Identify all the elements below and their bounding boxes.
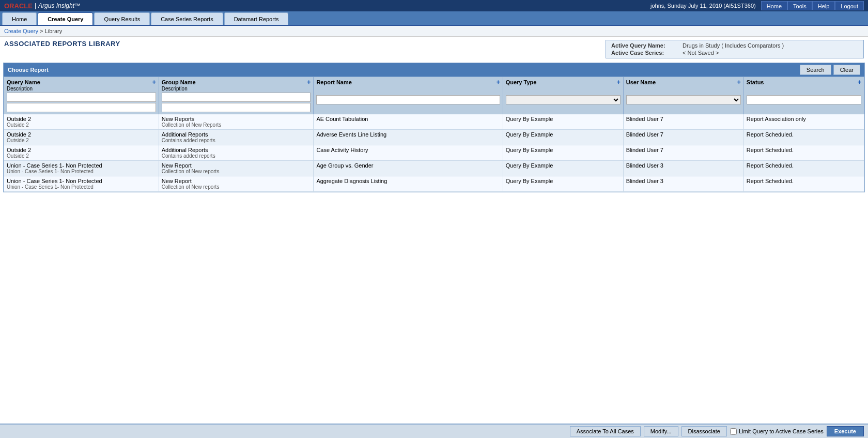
table-row[interactable]: Union - Case Series 1- Non ProtectedUnio… xyxy=(4,176,864,192)
col-header-report-name: Report Name + xyxy=(314,77,503,114)
table-cell: Report Association only xyxy=(743,114,864,130)
col-header-query-type: Query Type + Query By Example xyxy=(503,77,623,114)
active-query-box: Active Query Name: Drugs in Study ( Incl… xyxy=(606,40,864,58)
execute-button[interactable]: Execute xyxy=(827,426,864,436)
table-cell: Report Scheduled. xyxy=(743,130,864,145)
table-row[interactable]: Union - Case Series 1- Non ProtectedUnio… xyxy=(4,161,864,176)
filter-query-name[interactable] xyxy=(7,93,156,102)
table-cell: Report Scheduled. xyxy=(743,176,864,192)
table-cell: Blinded User 7 xyxy=(623,130,743,145)
table-cell: Age Group vs. Gender xyxy=(314,161,503,176)
tab-case-series-reports[interactable]: Case Series Reports xyxy=(151,12,223,25)
disassociate-button[interactable]: Disassociate xyxy=(681,426,727,436)
col-add-query-type[interactable]: + xyxy=(617,79,621,86)
table-cell: Additional ReportsContains added reports xyxy=(159,130,314,145)
oracle-logo: ORACLE xyxy=(4,2,33,10)
tab-query-results[interactable]: Query Results xyxy=(94,12,150,25)
top-nav-help[interactable]: Help xyxy=(812,1,835,10)
table-cell: Blinded User 3 xyxy=(623,176,743,192)
top-header: ORACLE | Argus Insight™ johns, Sunday Ju… xyxy=(0,0,868,11)
table-cell: Report Scheduled. xyxy=(743,161,864,176)
col-add-query-name[interactable]: + xyxy=(152,79,156,86)
tab-datamart-reports[interactable]: Datamart Reports xyxy=(224,12,289,25)
logo-area: ORACLE | Argus Insight™ xyxy=(4,2,81,10)
table-row[interactable]: Outside 2Outside 2Additional ReportsCont… xyxy=(4,145,864,161)
table-cell: New ReportCollection of New reports xyxy=(159,161,314,176)
col-header-group-name: Group Name + Description xyxy=(159,77,314,114)
table-cell: Outside 2Outside 2 xyxy=(4,114,159,130)
choose-report-title: Choose Report xyxy=(8,67,49,73)
active-query-name-value: Drugs in Study ( Includes Comparators ) xyxy=(683,42,784,49)
argus-insight-text: Argus Insight™ xyxy=(38,2,81,9)
table-cell: Union - Case Series 1- Non ProtectedUnio… xyxy=(4,161,159,176)
table-cell: Additional ReportsContains added reports xyxy=(159,145,314,161)
breadcrumb-library: Library xyxy=(45,28,63,34)
col-add-report-name[interactable]: + xyxy=(497,79,500,86)
table-cell: Union - Case Series 1- Non ProtectedUnio… xyxy=(4,176,159,192)
table-cell: Query By Example xyxy=(503,114,623,130)
col-header-status: Status + xyxy=(743,77,864,114)
active-case-series-value: < Not Saved > xyxy=(683,50,719,56)
table-cell: New ReportCollection of New reports xyxy=(159,176,314,192)
top-nav-home[interactable]: Home xyxy=(761,1,787,10)
top-nav-tools[interactable]: Tools xyxy=(787,1,812,10)
filter-user-name[interactable]: Blinded User 3 Blinded User 7 xyxy=(626,95,741,104)
search-button[interactable]: Search xyxy=(800,65,831,75)
results-table: Query Name + Description Group Name + xyxy=(4,77,864,192)
table-cell: Case Activity History xyxy=(314,145,503,161)
tab-home[interactable]: Home xyxy=(2,12,37,25)
table-cell: Blinded User 7 xyxy=(623,114,743,130)
col-label-user-name: User Name xyxy=(626,79,656,85)
associate-to-all-cases-button[interactable]: Associate To All Cases xyxy=(570,426,641,436)
table-cell: Outside 2Outside 2 xyxy=(4,130,159,145)
col-label-report-name: Report Name xyxy=(316,79,351,85)
results-tbody: Outside 2Outside 2New ReportsCollection … xyxy=(4,114,864,192)
table-cell: Blinded User 3 xyxy=(623,161,743,176)
col-label-query-name: Query Name xyxy=(7,79,40,85)
table-cell: Report Scheduled. xyxy=(743,145,864,161)
table-cell: Aggregate Diagnosis Listing xyxy=(314,176,503,192)
col-header-query-name: Query Name + Description xyxy=(4,77,159,114)
choose-report-header-left: Choose Report xyxy=(8,67,49,73)
choose-report-panel: Choose Report Search Clear Query Name + … xyxy=(3,63,865,192)
col-header-user-name: User Name + Blinded User 3 Blinded User … xyxy=(623,77,743,114)
top-nav-logout[interactable]: Logout xyxy=(835,1,864,10)
page-title-area: ASSOCIATED REPORTS LIBRARY Active Query … xyxy=(0,37,868,61)
filter-query-type[interactable]: Query By Example xyxy=(506,95,621,104)
col-add-status[interactable]: + xyxy=(858,79,861,86)
table-cell: Outside 2Outside 2 xyxy=(4,145,159,161)
active-query-name-label: Active Query Name: xyxy=(611,42,678,49)
table-row[interactable]: Outside 2Outside 2New ReportsCollection … xyxy=(4,114,864,130)
filter-query-desc[interactable] xyxy=(7,103,156,112)
main-tabs: Home Create Query Query Results Case Ser… xyxy=(0,11,868,26)
choose-report-header: Choose Report Search Clear xyxy=(4,63,864,77)
table-cell: Query By Example xyxy=(503,176,623,192)
filter-group-name[interactable] xyxy=(162,93,311,102)
col-add-group-name[interactable]: + xyxy=(307,79,311,86)
table-cell: Adverse Events Line Listing xyxy=(314,130,503,145)
breadcrumb-create-query[interactable]: Create Query xyxy=(4,28,38,34)
col-sublabel-query-name: Description xyxy=(7,86,156,92)
col-label-query-type: Query Type xyxy=(506,79,537,85)
clear-button[interactable]: Clear xyxy=(833,65,860,75)
search-clear-area: Search Clear xyxy=(800,65,860,75)
filter-report-name[interactable] xyxy=(316,95,500,104)
tab-create-query[interactable]: Create Query xyxy=(38,12,93,25)
col-label-status: Status xyxy=(747,79,764,85)
table-row[interactable]: Outside 2Outside 2Additional ReportsCont… xyxy=(4,130,864,145)
table-scroll-area[interactable]: Query Name + Description Group Name + xyxy=(4,77,864,192)
table-cell: AE Count Tabulation xyxy=(314,114,503,130)
modify-button[interactable]: Modify... xyxy=(644,426,678,436)
col-add-user-name[interactable]: + xyxy=(737,79,741,86)
table-cell: Query By Example xyxy=(503,161,623,176)
table-cell: Query By Example xyxy=(503,145,623,161)
breadcrumb: Create Query > Library xyxy=(0,26,868,37)
col-label-group-name: Group Name xyxy=(162,79,196,85)
filter-group-desc[interactable] xyxy=(162,103,311,112)
filter-status[interactable] xyxy=(747,95,861,104)
limit-query-checkbox[interactable] xyxy=(730,428,737,435)
table-cell: Query By Example xyxy=(503,130,623,145)
table-cell: New ReportsCollection of New Reports xyxy=(159,114,314,130)
user-info: johns, Sunday July 11, 2010 (AI51ST360) xyxy=(81,3,761,9)
table-cell: Blinded User 7 xyxy=(623,145,743,161)
